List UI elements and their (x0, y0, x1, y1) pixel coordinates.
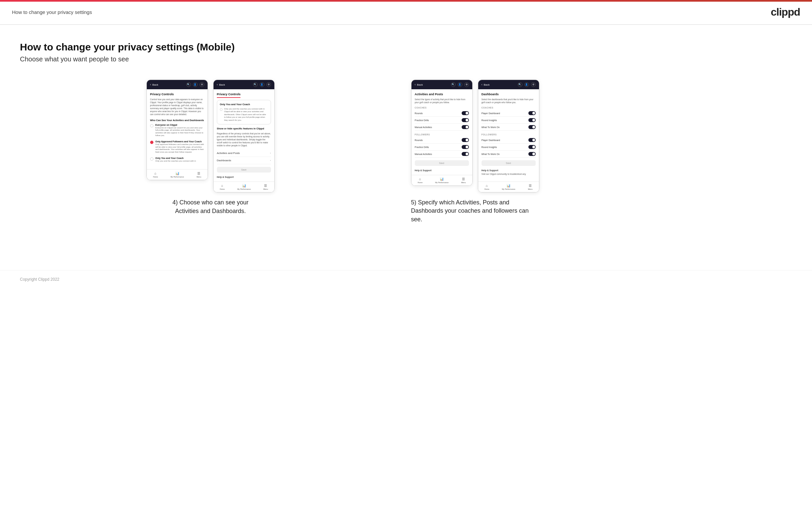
chart-icon-2: 📊 (242, 184, 246, 187)
toggle4-followers-player[interactable]: Player Dashboard (481, 137, 536, 144)
toggle4-followers-work-switch[interactable] (528, 152, 536, 156)
phone4-help-desc: Visit our Clippd community to troublesho… (481, 173, 536, 175)
home-icon-4: ⌂ (486, 184, 488, 187)
phone3-bottom-nav: ⌂ Home 📊 My Performance ☰ Menu (411, 175, 472, 185)
radio-option-followers[interactable]: Only Approved Followers and Your Coach O… (150, 140, 204, 154)
menu-row-activities[interactable]: Activities and Posts › (217, 150, 271, 157)
toggle-followers-rounds-switch[interactable] (462, 138, 469, 142)
toggle4-coaches-work[interactable]: What To Work On (481, 124, 536, 131)
settings-icon-4[interactable]: ⚙ (531, 82, 536, 87)
phone3-header: ‹ Back 🔍 👤 ⚙ (411, 80, 472, 89)
phone1-body-text: Control how you and your data appears to… (150, 98, 204, 116)
toggle4-followers-round[interactable]: Round Insights (481, 144, 536, 151)
menu-row-dashboards[interactable]: Dashboards › (217, 157, 271, 164)
nav-menu-label: Menu (197, 176, 201, 178)
phone3-save-button[interactable]: Save (415, 160, 469, 166)
chart-icon-4: 📊 (506, 184, 510, 187)
nav4-performance[interactable]: 📊 My Performance (502, 184, 515, 190)
radio-option-coach[interactable]: Only You and Your Coach Only you and the… (150, 157, 204, 163)
toggle-coaches-manual-switch[interactable] (462, 125, 469, 129)
toggle4-followers-round-switch[interactable] (528, 145, 536, 149)
phone4-back-label: Back (484, 83, 490, 86)
phone2-show-title: Show or hide specific features in Clippd (217, 127, 271, 130)
search-icon-4[interactable]: 🔍 (518, 82, 522, 87)
phone2-show-text: Regardless of the privacy controls that … (217, 132, 271, 147)
toggle-coaches-practice-switch[interactable] (462, 118, 469, 122)
logo-text: clippd (771, 6, 800, 18)
toggle-followers-practice-switch[interactable] (462, 145, 469, 149)
nav3-menu[interactable]: ☰ Menu (461, 177, 466, 183)
nav2-menu[interactable]: ☰ Menu (263, 184, 268, 190)
search-icon-2[interactable]: 🔍 (253, 82, 258, 87)
toggle4-coaches-player[interactable]: Player Dashboard (481, 110, 536, 117)
phone4-save-button[interactable]: Save (481, 160, 536, 166)
toggle-followers-practice[interactable]: Practice Drills (415, 144, 469, 151)
back-chevron-icon-4: ‹ (481, 83, 483, 86)
phone2-header: ‹ Back 🔍 👤 ⚙ (213, 80, 274, 89)
settings-icon-3[interactable]: ⚙ (464, 82, 469, 87)
toggle-followers-manual-switch[interactable] (462, 152, 469, 156)
phone3-followers-label: FOLLOWERS (415, 133, 469, 136)
menu-icon-2: ☰ (264, 184, 267, 187)
toggle-coaches-manual[interactable]: Manual Activities (415, 124, 469, 131)
phone2-save-button[interactable]: Save (217, 167, 271, 173)
nav2-performance[interactable]: 📊 My Performance (238, 184, 251, 190)
toggle4-coaches-player-switch[interactable] (528, 111, 536, 115)
person-icon-4[interactable]: 👤 (524, 82, 529, 87)
back-chevron-icon-3: ‹ (415, 83, 416, 86)
toggle-followers-manual[interactable]: Manual Activities (415, 151, 469, 158)
phone4-body: Dashboards Select the dashboards that yo… (478, 89, 539, 181)
nav2-home[interactable]: ⌂ Home (220, 184, 225, 190)
phone4-bottom-nav: ⌂ Home 📊 My Performance ☰ Menu (478, 181, 539, 192)
radio-label-everyone: Everyone on Clippd (155, 124, 204, 126)
toggle4-followers-work[interactable]: What To Work On (481, 151, 536, 158)
popup-radio-icon (220, 108, 222, 111)
page-subheading: Choose what you want people to see (20, 55, 792, 63)
person-icon-3[interactable]: 👤 (458, 82, 462, 87)
radio-desc-coach: Only you and the coaches you connect wit… (155, 160, 196, 163)
phone-mockup-4: ‹ Back 🔍 👤 ⚙ Dashboards Select the dashb… (478, 79, 539, 192)
step-caption-5: 5) Specify which Activities, Posts and D… (411, 199, 537, 224)
back-chevron-icon: ‹ (150, 83, 151, 86)
settings-icon-2[interactable]: ⚙ (266, 82, 271, 87)
phone-mockup-2: ‹ Back 🔍 👤 ⚙ Privacy Controls (213, 79, 275, 192)
nav4-home[interactable]: ⌂ Home (485, 184, 490, 190)
phone-mockup-1: ‹ Back 🔍 👤 ⚙ Privacy Controls Control ho… (146, 79, 208, 180)
nav3-performance[interactable]: 📊 My Performance (435, 177, 448, 183)
privacy-popup: Only You and Your Coach Only you and the… (217, 100, 271, 124)
phone4-help: Help & Support (481, 169, 536, 172)
settings-icon[interactable]: ⚙ (200, 82, 204, 87)
nav-home[interactable]: ⌂ Home (153, 172, 158, 178)
person-icon-2[interactable]: 👤 (260, 82, 264, 87)
phone3-coaches-label: COACHES (415, 107, 469, 109)
phone3-section: Activities and Posts (415, 93, 469, 96)
toggle-coaches-practice[interactable]: Practice Drills (415, 117, 469, 124)
nav3-home[interactable]: ⌂ Home (418, 177, 423, 183)
radio-desc-everyone: Everyone on Clippd can search for you an… (155, 127, 204, 137)
toggle-coaches-rounds[interactable]: Rounds (415, 110, 469, 117)
radio-option-everyone[interactable]: Everyone on Clippd Everyone on Clippd ca… (150, 124, 204, 137)
radio-circle-coach (150, 157, 153, 161)
footer-text: Copyright Clippd 2022 (20, 277, 59, 282)
toggle4-coaches-round[interactable]: Round Insights (481, 117, 536, 124)
phone2-body: Privacy Controls Only You and Your Coach… (213, 89, 274, 181)
toggle-coaches-rounds-switch[interactable] (462, 111, 469, 115)
nav-performance-label: My Performance (171, 176, 184, 178)
toggle4-coaches-work-switch[interactable] (528, 125, 536, 129)
toggle4-coaches-round-switch[interactable] (528, 118, 536, 122)
logo: clippd (771, 6, 800, 18)
phone-pair-left: ‹ Back 🔍 👤 ⚙ Privacy Controls Control ho… (146, 79, 275, 192)
nav-menu[interactable]: ☰ Menu (197, 172, 201, 178)
phone1-body: Privacy Controls Control how you and you… (147, 89, 208, 169)
toggle4-followers-player-switch[interactable] (528, 138, 536, 142)
footer: Copyright Clippd 2022 (0, 270, 812, 288)
nav4-menu[interactable]: ☰ Menu (528, 184, 533, 190)
nav-performance[interactable]: 📊 My Performance (171, 172, 184, 178)
search-icon[interactable]: 🔍 (186, 82, 191, 87)
toggle-followers-rounds[interactable]: Rounds (415, 137, 469, 144)
page-title: How to change your privacy settings (12, 9, 92, 15)
person-icon[interactable]: 👤 (193, 82, 198, 87)
search-icon-3[interactable]: 🔍 (451, 82, 456, 87)
chart-icon: 📊 (175, 172, 179, 175)
phone2-help: Help & Support (217, 176, 271, 178)
